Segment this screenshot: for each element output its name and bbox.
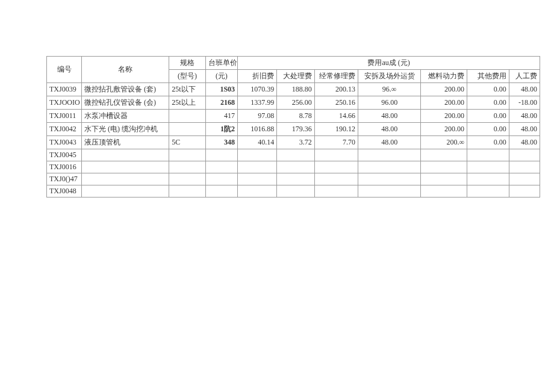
cell-c7: 48.00 <box>509 123 540 136</box>
cell-c1 <box>238 185 277 198</box>
cell-name: 微控拈孔敷管设备 (套) <box>82 83 169 96</box>
cell-id: TXJOOIO <box>47 96 82 110</box>
cell-c6: 0.00 <box>467 83 509 96</box>
cell-id: TXJ0011 <box>47 110 82 123</box>
cell-c6 <box>467 173 509 185</box>
table-container: 编号 名称 规格 台班单价 费用au成 (元) (型号) (元) 折旧费 大处理… <box>46 56 540 198</box>
header-row-1: 编号 名称 规格 台班单价 费用au成 (元) <box>47 57 540 70</box>
cell-c2: 188.80 <box>277 83 315 96</box>
cell-c6: 0.00 <box>467 136 509 149</box>
cell-unit-price: 2168 <box>205 96 237 110</box>
cell-c1: 97.08 <box>238 110 277 123</box>
header-spec-sub: (型号) <box>169 70 205 83</box>
cell-spec: 25t以下 <box>169 83 205 96</box>
header-spec: 规格 <box>169 57 205 70</box>
cell-c3 <box>314 149 358 161</box>
cell-c2 <box>277 161 315 173</box>
cell-name: 微控钻孔仪管设备 (会) <box>82 96 169 110</box>
header-c7: 人工费 <box>509 70 540 83</box>
cell-c1 <box>238 149 277 161</box>
cell-c4 <box>358 161 421 173</box>
cell-c7 <box>509 173 540 185</box>
cell-c6: 0.00 <box>467 96 509 110</box>
cell-unit-price <box>205 149 237 161</box>
data-table: 编号 名称 规格 台班单价 费用au成 (元) (型号) (元) 折旧费 大处理… <box>46 56 540 198</box>
header-c4: 安拆及场外运货 <box>358 70 421 83</box>
cell-c7 <box>509 161 540 173</box>
cell-id: TXJ0016 <box>47 161 82 173</box>
cell-c3 <box>314 185 358 198</box>
cell-spec <box>169 110 205 123</box>
cell-c7 <box>509 149 540 161</box>
cell-c4: 48.00 <box>358 110 421 123</box>
cell-c1: 1337.99 <box>238 96 277 110</box>
header-c6: 其他费用 <box>467 70 509 83</box>
cell-c1: 1070.39 <box>238 83 277 96</box>
cell-unit-price: 417 <box>205 110 237 123</box>
cell-c4 <box>358 149 421 161</box>
cell-unit-price <box>205 173 237 185</box>
cell-c5: 200.00 <box>421 83 467 96</box>
header-c3: 经常修理费 <box>314 70 358 83</box>
cell-c5: 200.∞ <box>421 136 467 149</box>
table-row: TXJOOIO微控钻孔仪管设备 (会)25t以上21681337.99256.0… <box>47 96 540 110</box>
table-row: TXJ0045 <box>47 149 540 161</box>
cell-c4: 48.00 <box>358 136 421 149</box>
cell-c7: 48.00 <box>509 83 540 96</box>
table-row: TXJ0()47 <box>47 173 540 185</box>
table-row: TXJ0042水下光 (电) 缆沟挖冲机1阬21016.88179.36190.… <box>47 123 540 136</box>
cell-c4: 96.00 <box>358 96 421 110</box>
cell-spec <box>169 149 205 161</box>
header-cost-group: 费用au成 (元) <box>238 57 540 70</box>
cell-unit-price: 1S03 <box>205 83 237 96</box>
cell-c5: 200.00 <box>421 110 467 123</box>
cell-spec <box>169 173 205 185</box>
cell-c1: 40.14 <box>238 136 277 149</box>
table-body: TXJ0039微控拈孔敷管设备 (套)25t以下1S031070.39188.8… <box>47 83 540 198</box>
cell-c2: 179.36 <box>277 123 315 136</box>
cell-unit-price <box>205 161 237 173</box>
cell-unit-price: 348 <box>205 136 237 149</box>
cell-c2 <box>277 149 315 161</box>
cell-spec: 5C <box>169 136 205 149</box>
cell-id: TXJ0039 <box>47 83 82 96</box>
cell-c5: 200.00 <box>421 96 467 110</box>
cell-c2 <box>277 173 315 185</box>
cell-id: TXJ0043 <box>47 136 82 149</box>
cell-c6 <box>467 161 509 173</box>
cell-c6: 0.00 <box>467 110 509 123</box>
cell-c2: 8.78 <box>277 110 315 123</box>
cell-c4: 48.00 <box>358 123 421 136</box>
cell-name <box>82 185 169 198</box>
header-c5: 燃料动力费 <box>421 70 467 83</box>
cell-c3 <box>314 161 358 173</box>
cell-c2: 256.00 <box>277 96 315 110</box>
header-id: 编号 <box>47 57 82 83</box>
header-unit-price-sub: (元) <box>205 70 237 83</box>
table-row: TXJ0011水泵冲槽设器41797.088.7814.6648.00200.0… <box>47 110 540 123</box>
cell-c3: 250.16 <box>314 96 358 110</box>
cell-unit-price: 1阬2 <box>205 123 237 136</box>
cell-id: TXJ0045 <box>47 149 82 161</box>
cell-c5 <box>421 173 467 185</box>
cell-c3: 7.70 <box>314 136 358 149</box>
cell-c1 <box>238 161 277 173</box>
cell-c3: 14.66 <box>314 110 358 123</box>
cell-c5 <box>421 161 467 173</box>
cell-c3: 200.13 <box>314 83 358 96</box>
cell-name <box>82 161 169 173</box>
cell-c5 <box>421 149 467 161</box>
cell-c7 <box>509 185 540 198</box>
header-c1: 折旧费 <box>238 70 277 83</box>
cell-c6: 0.00 <box>467 123 509 136</box>
table-row: TXJ0016 <box>47 161 540 173</box>
cell-spec <box>169 123 205 136</box>
cell-spec <box>169 185 205 198</box>
cell-c7: 48.00 <box>509 136 540 149</box>
table-header: 编号 名称 规格 台班单价 费用au成 (元) (型号) (元) 折旧费 大处理… <box>47 57 540 83</box>
cell-c2 <box>277 185 315 198</box>
table-row: TXJ0043液压顶管机5C34840.143.727.7048.00200.∞… <box>47 136 540 149</box>
table-row: TXJ0039微控拈孔敷管设备 (套)25t以下1S031070.39188.8… <box>47 83 540 96</box>
cell-c6 <box>467 149 509 161</box>
cell-c5 <box>421 185 467 198</box>
